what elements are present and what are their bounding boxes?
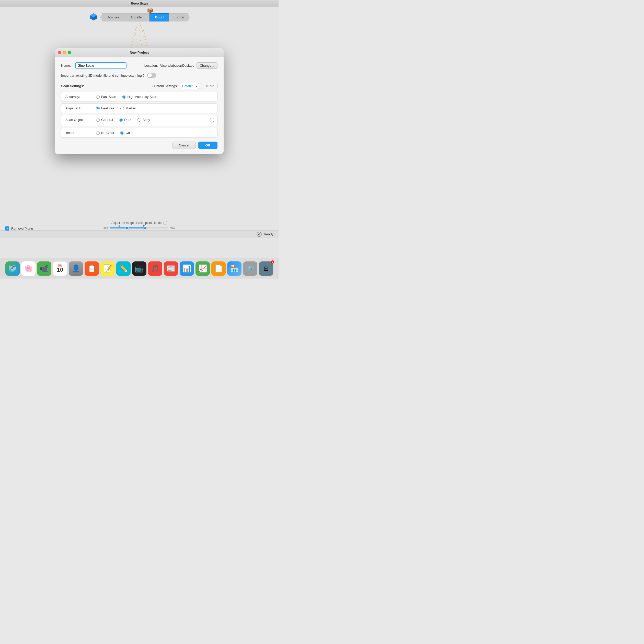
main-content: 📦 Too near Excellent Good Too far xyxy=(0,7,279,258)
custom-settings-section: Custom Settings: Default ▼ Delete xyxy=(152,83,217,89)
new-project-dialog: New Project Name: Location: /Users/labus… xyxy=(55,48,224,154)
dock-keynote[interactable]: 📊 xyxy=(180,261,194,276)
import-toggle[interactable] xyxy=(147,73,156,78)
high-accuracy-radio[interactable] xyxy=(122,95,126,99)
dock-reminders[interactable]: 📋 xyxy=(85,261,99,276)
traffic-lights xyxy=(58,51,71,54)
custom-settings-dropdown[interactable]: Default xyxy=(180,83,199,89)
marker-option[interactable]: Marker xyxy=(120,106,136,110)
scan-object-section: i Scan Object: General Dark xyxy=(61,115,217,126)
dock-facetime[interactable]: 📹 xyxy=(37,261,51,276)
marker-radio[interactable] xyxy=(120,107,124,110)
dock-music[interactable]: 🎵 xyxy=(148,261,162,276)
texture-label: Texture: xyxy=(65,131,96,135)
delete-button[interactable]: Delete xyxy=(201,83,217,89)
dark-label: Dark xyxy=(124,118,131,122)
dock-badge: 2 xyxy=(271,260,274,263)
fast-scan-label: Fast Scan xyxy=(101,95,116,99)
texture-option-group: Texture: No Color Color xyxy=(61,128,217,137)
fast-scan-radio[interactable] xyxy=(96,95,100,99)
dark-option[interactable]: Dark xyxy=(119,118,131,122)
location-label: Location: xyxy=(144,64,158,67)
location-section: Location: /Users/labuser/Desktop Change.… xyxy=(131,62,217,69)
general-radio[interactable] xyxy=(96,118,100,122)
body-option[interactable]: Body xyxy=(137,118,150,122)
import-label: Import an existing 3D model file and con… xyxy=(61,74,145,77)
texture-row: Texture: No Color Color xyxy=(61,128,217,137)
title-bar: Revo Scan xyxy=(0,0,279,7)
dock-notes[interactable]: 📝 xyxy=(100,261,115,276)
color-option[interactable]: Color xyxy=(120,131,133,135)
alignment-option-group: Alignment: Features Marker xyxy=(61,103,217,113)
high-accuracy-label: High Accuracy Scan xyxy=(128,95,157,99)
alignment-label: Alignment: xyxy=(65,106,96,110)
dock-news[interactable]: 📰 xyxy=(164,261,178,276)
dock-photos[interactable]: 🌸 xyxy=(21,261,36,276)
color-label: Color xyxy=(125,131,133,135)
features-radio[interactable] xyxy=(96,107,100,110)
dock-appstore[interactable]: 🏪 xyxy=(227,261,241,276)
import-toggle-row: Import an existing 3D model file and con… xyxy=(61,73,217,78)
high-accuracy-scan-option[interactable]: High Accuracy Scan xyxy=(122,95,157,99)
dock-appletv[interactable]: 📺 xyxy=(132,261,146,276)
dialog-overlay: New Project Name: Location: /Users/labus… xyxy=(0,7,279,258)
dock: 🗺️ 🌸 📹 JUL10 👤 📋 📝 ✏️ 📺 🎵 📰 📊 📈 📄 🏪 ⚙️ ⊞… xyxy=(0,258,279,279)
general-option[interactable]: General xyxy=(96,118,113,122)
scan-object-row: Scan Object: General Dark Body xyxy=(65,118,213,122)
app-title: Revo Scan xyxy=(131,2,148,5)
custom-settings-dropdown-wrapper: Default ▼ xyxy=(180,83,199,89)
scan-object-info-icon[interactable]: i xyxy=(210,118,214,122)
general-label: General xyxy=(101,118,113,122)
no-color-label: No Color xyxy=(101,131,114,135)
features-option[interactable]: Features xyxy=(96,106,114,110)
name-input[interactable] xyxy=(75,62,127,69)
dark-radio[interactable] xyxy=(119,118,123,122)
body-label: Body xyxy=(143,118,150,122)
no-color-option[interactable]: No Color xyxy=(96,131,114,135)
scan-settings-label: Scan Settings: xyxy=(61,84,84,88)
dialog-titlebar: New Project xyxy=(55,48,224,57)
dock-pages[interactable]: 📄 xyxy=(211,261,226,276)
accuracy-label: Accuracy: xyxy=(65,95,96,99)
color-radio[interactable] xyxy=(120,131,124,135)
ok-button[interactable]: OK xyxy=(198,142,218,149)
body-radio[interactable] xyxy=(137,118,141,122)
name-location-row: Name: Location: /Users/labuser/Desktop C… xyxy=(61,62,217,69)
name-label: Name: xyxy=(61,64,71,67)
dock-numbers[interactable]: 📈 xyxy=(195,261,210,276)
dock-mission-control[interactable]: ⊞ 2 xyxy=(259,261,273,276)
fast-scan-option[interactable]: Fast Scan xyxy=(96,95,116,99)
location-path: /Users/labuser/Desktop xyxy=(160,64,194,67)
custom-settings-label: Custom Settings: xyxy=(152,84,178,88)
settings-header-row: Scan Settings: Custom Settings: Default … xyxy=(61,83,217,89)
dialog-footer: Cancel OK xyxy=(61,142,217,149)
scan-object-label: Scan Object: xyxy=(65,118,96,122)
features-label: Features xyxy=(101,106,114,110)
accuracy-option-group: Accuracy: Fast Scan High Accuracy Scan xyxy=(61,92,217,101)
minimize-button[interactable] xyxy=(63,51,66,54)
dock-sysprefs[interactable]: ⚙️ xyxy=(243,261,257,276)
change-button[interactable]: Change... xyxy=(197,62,217,69)
no-color-radio[interactable] xyxy=(96,131,100,135)
dock-maps[interactable]: 🗺️ xyxy=(5,261,20,276)
dialog-body: Name: Location: /Users/labuser/Desktop C… xyxy=(55,57,224,154)
dock-contacts[interactable]: 👤 xyxy=(69,261,83,276)
cancel-button[interactable]: Cancel xyxy=(173,142,195,149)
accuracy-row: Accuracy: Fast Scan High Accuracy Scan xyxy=(61,92,217,101)
marker-label: Marker xyxy=(125,106,136,110)
maximize-button[interactable] xyxy=(68,51,71,54)
close-button[interactable] xyxy=(58,51,61,54)
alignment-row: Alignment: Features Marker xyxy=(61,104,217,113)
dock-calendar[interactable]: JUL10 xyxy=(53,261,67,276)
dialog-title: New Project xyxy=(130,51,149,54)
dock-freeform[interactable]: ✏️ xyxy=(116,261,131,276)
